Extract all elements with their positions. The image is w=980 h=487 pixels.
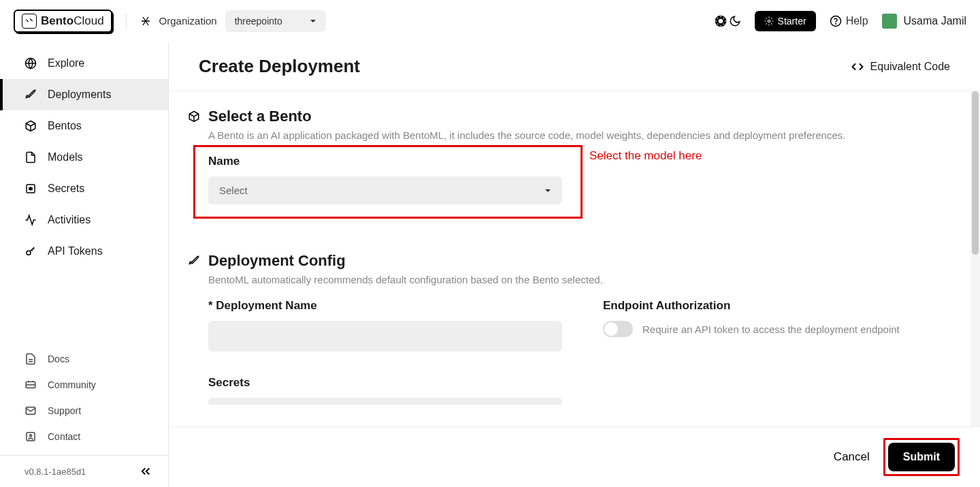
world-icon (24, 57, 37, 69)
rocket-icon (24, 89, 37, 101)
sidebar-item-label: Contact (48, 431, 80, 442)
sidebar-item-models[interactable]: Models (0, 142, 168, 173)
select-placeholder: Select (219, 185, 248, 196)
endpoint-auth-desc: Require an API token to access the deplo… (642, 324, 900, 335)
equiv-code-label: Equivalent Code (870, 61, 950, 73)
avatar (882, 14, 897, 29)
help-icon (830, 15, 842, 27)
header-divider (126, 13, 127, 29)
sidebar-item-contact[interactable]: Contact (0, 424, 168, 450)
starter-label: Starter (778, 16, 806, 27)
endpoint-auth-label: Endpoint Authorization (603, 299, 900, 313)
sidebar-item-label: Activities (48, 214, 91, 226)
box-icon (188, 110, 200, 123)
sidebar-item-label: Models (48, 151, 83, 163)
starter-button[interactable]: Starter (755, 11, 816, 31)
section-title-config: Deployment Config (208, 252, 346, 270)
caret-down-icon (544, 187, 551, 194)
gear-icon (764, 16, 774, 26)
app-header: BentoCloud Organization threepointo Star… (0, 0, 980, 42)
help-link[interactable]: Help (830, 15, 868, 27)
org-label: Organization (159, 15, 217, 27)
svg-line-9 (723, 18, 723, 18)
sidebar-item-activities[interactable]: Activities (0, 204, 168, 236)
support-icon (24, 405, 37, 417)
caret-down-icon (310, 18, 316, 25)
sidebar-item-label: API Tokens (48, 245, 103, 257)
sidebar-item-community[interactable]: Community (0, 372, 168, 398)
logo-text-bold: Bento (41, 14, 74, 27)
contact-icon (24, 430, 37, 443)
scrollbar-thumb[interactable] (972, 91, 979, 255)
sidebar-item-deployments[interactable]: Deployments (0, 79, 168, 110)
deployment-name-label: Deployment Name (208, 299, 562, 313)
logo-icon (22, 14, 37, 29)
sidebar-item-bentos[interactable]: Bentos (0, 110, 168, 142)
cancel-button[interactable]: Cancel (834, 450, 870, 464)
org-icon (140, 16, 151, 27)
sidebar-item-api-tokens[interactable]: API Tokens (0, 236, 168, 267)
svg-point-15 (27, 251, 31, 255)
bento-name-select[interactable]: Select (208, 176, 562, 204)
submit-button[interactable]: Submit (888, 443, 955, 471)
collapse-sidebar-button[interactable] (140, 465, 152, 477)
user-menu[interactable]: Usama Jamil (882, 14, 966, 29)
annotation-box-submit: Submit (883, 438, 960, 476)
sun-icon (714, 14, 728, 28)
logo[interactable]: BentoCloud (14, 10, 112, 33)
svg-line-8 (717, 23, 718, 24)
file-icon (24, 151, 37, 163)
box-icon (24, 120, 37, 132)
section-desc-bento: A Bento is an AI application packaged wi… (208, 129, 950, 141)
svg-point-12 (835, 23, 836, 24)
sidebar-item-label: Support (48, 405, 81, 416)
page-title: Create Deployment (199, 56, 360, 77)
svg-line-6 (717, 18, 718, 18)
annotation-text-select: Select the model here (589, 149, 702, 163)
svg-point-19 (30, 435, 32, 437)
rocket-icon (188, 255, 200, 267)
endpoint-auth-toggle[interactable] (603, 321, 633, 337)
community-icon (24, 379, 37, 391)
activity-icon (24, 214, 37, 226)
sidebar-item-label: Deployments (48, 89, 111, 101)
help-label: Help (846, 15, 868, 27)
svg-line-7 (723, 23, 723, 24)
scrollbar-track[interactable] (970, 91, 980, 426)
sidebar-item-explore[interactable]: Explore (0, 48, 168, 79)
org-value: threepointo (235, 16, 282, 27)
name-label: Name (208, 155, 950, 168)
sidebar-item-docs[interactable]: Docs (0, 346, 168, 372)
main-content: Create Deployment Equivalent Code Select… (169, 42, 980, 487)
sidebar-item-support[interactable]: Support (0, 398, 168, 424)
asterisk-icon (24, 183, 37, 195)
logo-text-thin: Cloud (74, 14, 103, 27)
sidebar-item-secrets[interactable]: Secrets (0, 173, 168, 204)
moon-icon (729, 15, 741, 27)
version-label: v0.8.1-1ae85d1 (24, 467, 86, 477)
sidebar-item-label: Explore (48, 57, 84, 69)
deployment-name-input[interactable] (208, 321, 562, 351)
org-selector[interactable]: threepointo (225, 10, 326, 32)
sidebar-item-label: Secrets (48, 183, 84, 195)
svg-point-10 (768, 20, 770, 22)
theme-toggle[interactable] (714, 14, 741, 28)
doc-icon (24, 353, 37, 365)
secrets-field-partial[interactable] (208, 398, 562, 405)
code-icon (851, 61, 864, 73)
chevron-double-left-icon (140, 465, 152, 477)
svg-point-1 (718, 18, 723, 23)
key-icon (24, 245, 37, 257)
user-name: Usama Jamil (904, 15, 966, 27)
sidebar-item-label: Bentos (48, 120, 82, 132)
sidebar-item-label: Docs (48, 354, 69, 364)
sidebar: Explore Deployments Bentos Models Secret… (0, 42, 169, 487)
sidebar-item-label: Community (48, 379, 96, 390)
section-title-bento: Select a Bento (208, 108, 312, 125)
equivalent-code-button[interactable]: Equivalent Code (851, 61, 950, 73)
secrets-label: Secrets (208, 376, 950, 390)
section-desc-config: BentoML automatically recommends default… (208, 274, 950, 285)
